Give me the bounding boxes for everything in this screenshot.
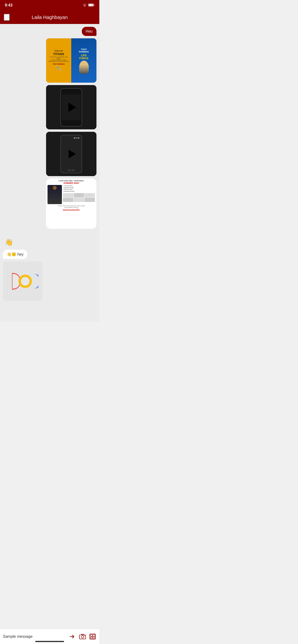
message-wave-emoji: 👋 bbox=[3, 238, 96, 247]
bubble-heu: Heu bbox=[82, 27, 96, 36]
message-video2[interactable]: ◀ ●● ▶ ◁◁▷▷ bbox=[3, 132, 96, 176]
bubble-wave-emoji: 👋 bbox=[3, 238, 15, 247]
nav-header: Laila Haghbayan bbox=[0, 10, 99, 24]
message-google-image[interactable] bbox=[3, 262, 96, 301]
message-hey: 👋🙂 hey bbox=[3, 250, 96, 259]
status-icons bbox=[83, 3, 95, 8]
conversation-title: Laila Haghbayan bbox=[32, 14, 68, 20]
svg-point-4 bbox=[21, 277, 30, 286]
chat-area: Heu TOOLS OF TITANS THE TACTICS, ROUTINE… bbox=[0, 24, 99, 322]
battery-icon bbox=[88, 3, 95, 8]
message-video1[interactable] bbox=[3, 85, 96, 130]
svg-rect-1 bbox=[89, 4, 93, 6]
message-fitness[interactable]: LOOK AND FEEL YOUR BEST SUMMER 2022! • L… bbox=[3, 178, 96, 229]
status-time: 9:43 bbox=[5, 3, 13, 8]
svg-rect-2 bbox=[94, 4, 94, 6]
status-bar: 9:43 bbox=[0, 0, 99, 10]
back-button[interactable] bbox=[4, 14, 10, 20]
wifi-icon bbox=[83, 3, 87, 8]
message-books[interactable]: TOOLS OF TITANS THE TACTICS, ROUTINES, A… bbox=[3, 38, 96, 83]
bubble-hey: 👋🙂 hey bbox=[3, 250, 27, 259]
message-heu: Heu bbox=[3, 27, 96, 36]
